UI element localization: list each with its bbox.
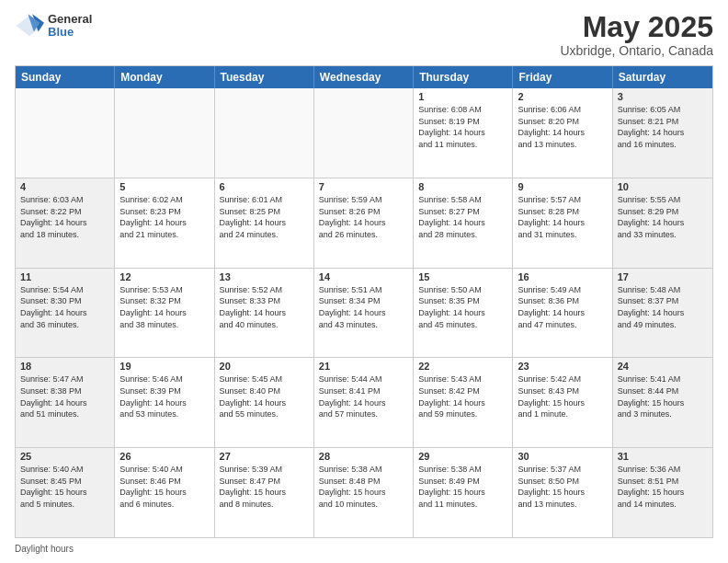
month-title: May 2025 [560,11,713,43]
calendar-cell [215,88,314,178]
day-info: Sunrise: 5:40 AM Sunset: 8:45 PM Dayligh… [20,464,109,510]
day-number: 1 [418,91,507,102]
day-number: 31 [618,451,708,462]
day-number: 12 [119,271,209,282]
day-number: 21 [319,361,408,372]
day-number: 8 [418,181,507,192]
calendar-cell: 21Sunrise: 5:44 AM Sunset: 8:41 PM Dayli… [314,358,414,447]
day-info: Sunrise: 5:47 AM Sunset: 8:38 PM Dayligh… [20,373,109,419]
day-info: Sunrise: 6:06 AM Sunset: 8:20 PM Dayligh… [518,104,607,150]
day-number: 18 [20,361,109,372]
calendar-cell: 9Sunrise: 5:57 AM Sunset: 8:28 PM Daylig… [513,178,612,268]
calendar-cell: 6Sunrise: 6:01 AM Sunset: 8:25 PM Daylig… [215,178,314,268]
calendar-cell: 25Sunrise: 5:40 AM Sunset: 8:45 PM Dayli… [16,448,115,537]
calendar-cell: 3Sunrise: 6:05 AM Sunset: 8:21 PM Daylig… [613,88,712,178]
day-info: Sunrise: 5:38 AM Sunset: 8:49 PM Dayligh… [418,464,507,510]
calendar-cell: 7Sunrise: 5:59 AM Sunset: 8:26 PM Daylig… [314,178,414,268]
location-subtitle: Uxbridge, Ontario, Canada [560,43,713,58]
day-number: 24 [618,361,708,372]
day-number: 6 [220,181,309,192]
day-info: Sunrise: 5:42 AM Sunset: 8:43 PM Dayligh… [518,373,607,419]
day-info: Sunrise: 5:36 AM Sunset: 8:51 PM Dayligh… [618,464,708,510]
calendar-cell [115,88,214,178]
calendar-cell: 13Sunrise: 5:52 AM Sunset: 8:33 PM Dayli… [215,269,314,358]
day-info: Sunrise: 6:02 AM Sunset: 8:23 PM Dayligh… [119,194,209,240]
calendar-cell: 1Sunrise: 6:08 AM Sunset: 8:19 PM Daylig… [414,88,513,178]
calendar-cell: 22Sunrise: 5:43 AM Sunset: 8:42 PM Dayli… [414,358,513,447]
day-number: 25 [20,451,109,462]
day-info: Sunrise: 5:46 AM Sunset: 8:39 PM Dayligh… [119,373,209,419]
day-number: 13 [220,271,309,282]
day-number: 23 [518,361,607,372]
calendar-day-header: Friday [513,66,612,88]
day-number: 19 [119,361,209,372]
day-number: 22 [418,361,507,372]
calendar-cell: 28Sunrise: 5:38 AM Sunset: 8:48 PM Dayli… [314,448,414,537]
calendar-cell: 24Sunrise: 5:41 AM Sunset: 8:44 PM Dayli… [613,358,712,447]
day-number: 7 [319,181,408,192]
day-info: Sunrise: 5:53 AM Sunset: 8:32 PM Dayligh… [119,284,209,330]
logo-blue: Blue [48,26,92,39]
calendar-cell: 5Sunrise: 6:02 AM Sunset: 8:23 PM Daylig… [115,178,214,268]
day-info: Sunrise: 5:58 AM Sunset: 8:27 PM Dayligh… [418,194,507,240]
day-info: Sunrise: 5:57 AM Sunset: 8:28 PM Dayligh… [518,194,607,240]
day-info: Sunrise: 5:55 AM Sunset: 8:29 PM Dayligh… [618,194,708,240]
calendar-day-header: Monday [115,66,214,88]
calendar: SundayMondayTuesdayWednesdayThursdayFrid… [15,65,713,538]
title-block: May 2025 Uxbridge, Ontario, Canada [560,11,713,58]
day-number: 4 [20,181,109,192]
calendar-cell: 15Sunrise: 5:50 AM Sunset: 8:35 PM Dayli… [414,269,513,358]
day-number: 20 [220,361,309,372]
day-info: Sunrise: 5:44 AM Sunset: 8:41 PM Dayligh… [319,373,408,419]
day-number: 16 [518,271,607,282]
footer-label: Daylight hours [15,544,74,554]
day-info: Sunrise: 5:49 AM Sunset: 8:36 PM Dayligh… [518,284,607,330]
day-number: 28 [319,451,408,462]
calendar-day-header: Saturday [613,66,712,88]
calendar-cell: 17Sunrise: 5:48 AM Sunset: 8:37 PM Dayli… [613,269,712,358]
day-number: 10 [618,181,708,192]
calendar-row: 11Sunrise: 5:54 AM Sunset: 8:30 PM Dayli… [16,268,712,358]
calendar-cell: 4Sunrise: 6:03 AM Sunset: 8:22 PM Daylig… [16,178,115,268]
day-number: 3 [618,91,708,102]
calendar-cell: 2Sunrise: 6:06 AM Sunset: 8:20 PM Daylig… [513,88,612,178]
day-info: Sunrise: 5:52 AM Sunset: 8:33 PM Dayligh… [220,284,309,330]
calendar-cell: 23Sunrise: 5:42 AM Sunset: 8:43 PM Dayli… [513,358,612,447]
logo-icon [15,11,44,40]
day-number: 14 [319,271,408,282]
calendar-day-header: Tuesday [215,66,314,88]
day-info: Sunrise: 5:40 AM Sunset: 8:46 PM Dayligh… [119,464,209,510]
logo-text: General Blue [48,13,92,40]
day-number: 5 [119,181,209,192]
day-number: 30 [518,451,607,462]
calendar-day-header: Wednesday [314,66,414,88]
day-info: Sunrise: 5:38 AM Sunset: 8:48 PM Dayligh… [319,464,408,510]
calendar-cell: 12Sunrise: 5:53 AM Sunset: 8:32 PM Dayli… [115,269,214,358]
calendar-cell: 30Sunrise: 5:37 AM Sunset: 8:50 PM Dayli… [513,448,612,537]
calendar-cell: 16Sunrise: 5:49 AM Sunset: 8:36 PM Dayli… [513,269,612,358]
day-number: 11 [20,271,109,282]
header: General Blue May 2025 Uxbridge, Ontario,… [15,11,713,58]
calendar-day-header: Thursday [414,66,513,88]
day-number: 15 [418,271,507,282]
calendar-day-header: Sunday [16,66,115,88]
day-info: Sunrise: 5:45 AM Sunset: 8:40 PM Dayligh… [220,373,309,419]
calendar-row: 1Sunrise: 6:08 AM Sunset: 8:19 PM Daylig… [16,88,712,178]
calendar-cell: 29Sunrise: 5:38 AM Sunset: 8:49 PM Dayli… [414,448,513,537]
calendar-cell [314,88,414,178]
day-info: Sunrise: 5:43 AM Sunset: 8:42 PM Dayligh… [418,373,507,419]
calendar-header: SundayMondayTuesdayWednesdayThursdayFrid… [16,66,712,88]
calendar-row: 4Sunrise: 6:03 AM Sunset: 8:22 PM Daylig… [16,178,712,268]
day-number: 17 [618,271,708,282]
day-info: Sunrise: 6:08 AM Sunset: 8:19 PM Dayligh… [418,104,507,150]
calendar-row: 25Sunrise: 5:40 AM Sunset: 8:45 PM Dayli… [16,447,712,537]
calendar-cell: 20Sunrise: 5:45 AM Sunset: 8:40 PM Dayli… [215,358,314,447]
calendar-cell: 18Sunrise: 5:47 AM Sunset: 8:38 PM Dayli… [16,358,115,447]
calendar-cell: 8Sunrise: 5:58 AM Sunset: 8:27 PM Daylig… [414,178,513,268]
day-info: Sunrise: 5:51 AM Sunset: 8:34 PM Dayligh… [319,284,408,330]
day-info: Sunrise: 5:37 AM Sunset: 8:50 PM Dayligh… [518,464,607,510]
calendar-cell [16,88,115,178]
calendar-cell: 27Sunrise: 5:39 AM Sunset: 8:47 PM Dayli… [215,448,314,537]
day-info: Sunrise: 5:50 AM Sunset: 8:35 PM Dayligh… [418,284,507,330]
calendar-cell: 14Sunrise: 5:51 AM Sunset: 8:34 PM Dayli… [314,269,414,358]
